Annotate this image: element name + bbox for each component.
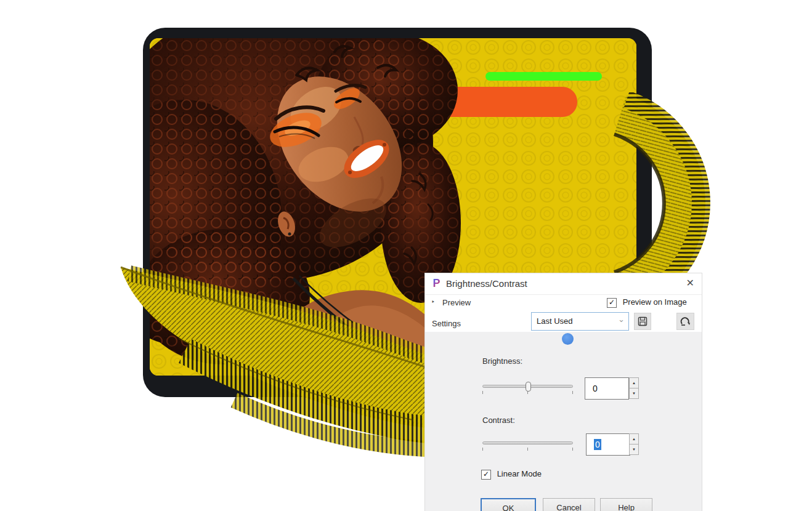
preview-on-image-label: Preview on Image bbox=[623, 297, 687, 307]
save-preset-button[interactable] bbox=[634, 313, 651, 330]
contrast-slider-track[interactable] bbox=[482, 441, 573, 445]
settings-preset-value: Last Used bbox=[537, 316, 573, 326]
brightness-label: Brightness: bbox=[482, 356, 522, 366]
paintshop-logo-icon: P bbox=[431, 278, 442, 289]
cursor-click-indicator bbox=[562, 333, 574, 345]
reset-icon bbox=[680, 316, 691, 326]
brightness-spinner: ▲ ▼ bbox=[629, 377, 639, 400]
preview-on-image-option[interactable]: ✓ Preview on Image bbox=[607, 297, 687, 308]
ok-button[interactable]: OK bbox=[481, 498, 536, 511]
preview-section-label: Preview bbox=[442, 298, 471, 307]
brightness-value: 0 bbox=[593, 384, 598, 393]
tick bbox=[527, 391, 528, 394]
spinner-up-icon[interactable]: ▲ bbox=[629, 433, 639, 445]
contrast-label: Contrast: bbox=[482, 416, 515, 425]
tick bbox=[572, 391, 573, 394]
spinner-down-icon[interactable]: ▼ bbox=[629, 444, 639, 455]
dialog-header: P Brightness/Contrast ✕ ‣ Preview ✓ Prev… bbox=[425, 273, 702, 332]
preview-on-image-checkbox[interactable]: ✓ bbox=[607, 298, 617, 308]
linear-mode-label: Linear Mode bbox=[497, 469, 542, 478]
spinner-up-icon[interactable]: ▲ bbox=[629, 377, 639, 388]
close-icon[interactable]: ✕ bbox=[686, 277, 694, 289]
linear-mode-option[interactable]: ✓ Linear Mode bbox=[481, 469, 542, 480]
tick bbox=[482, 391, 483, 394]
tick bbox=[482, 448, 483, 451]
dialog-title: Brightness/Contrast bbox=[446, 278, 527, 289]
settings-preset-dropdown[interactable]: Last Used ⌄ bbox=[531, 312, 629, 331]
dialog-titlebar[interactable]: P Brightness/Contrast ✕ bbox=[425, 273, 702, 295]
save-icon bbox=[638, 316, 648, 326]
tick bbox=[572, 448, 573, 451]
spinner-down-icon[interactable]: ▼ bbox=[629, 388, 639, 399]
settings-label: Settings bbox=[432, 319, 461, 328]
tick bbox=[527, 448, 528, 451]
help-button[interactable]: Help bbox=[600, 498, 652, 511]
page: P Brightness/Contrast ✕ ‣ Preview ✓ Prev… bbox=[0, 0, 812, 511]
contrast-spinner: ▲ ▼ bbox=[629, 433, 639, 456]
reset-to-default-button[interactable] bbox=[676, 313, 694, 330]
linear-mode-checkbox[interactable]: ✓ bbox=[481, 470, 491, 480]
chevron-down-icon[interactable]: ⌄ bbox=[618, 311, 625, 328]
cancel-button[interactable]: Cancel bbox=[543, 498, 595, 511]
contrast-value-input[interactable]: 0 bbox=[586, 433, 630, 456]
contrast-value-selected: 0 bbox=[594, 439, 601, 450]
green-brush-stroke bbox=[485, 72, 602, 81]
brightness-value-input[interactable]: 0 bbox=[585, 377, 629, 400]
preview-expander-icon[interactable]: ‣ bbox=[431, 299, 435, 305]
brightness-contrast-dialog: P Brightness/Contrast ✕ ‣ Preview ✓ Prev… bbox=[424, 273, 702, 511]
brightness-slider-thumb[interactable] bbox=[526, 382, 531, 392]
